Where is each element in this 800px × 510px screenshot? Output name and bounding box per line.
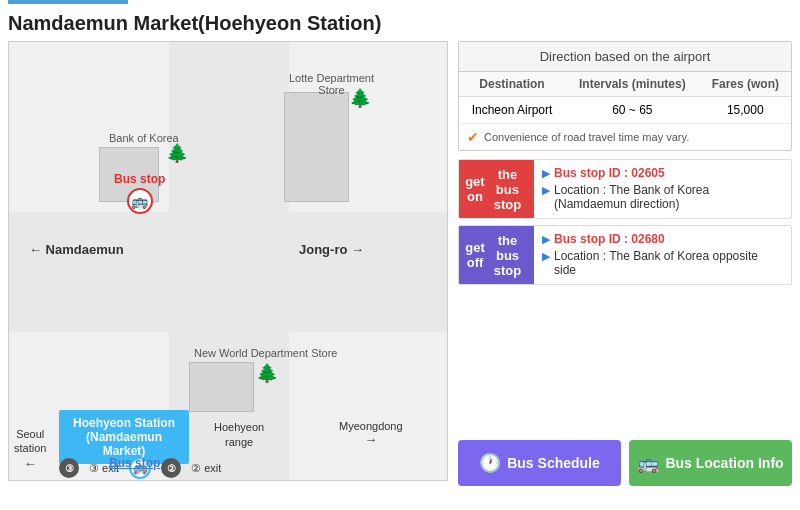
cell-fares: 15,000 bbox=[700, 97, 791, 124]
seoul-station-label: Seoulstation← bbox=[14, 427, 46, 472]
col-intervals: Intervals (minutes) bbox=[565, 72, 700, 97]
main-content: Bank of Korea Lotte Department Store New… bbox=[0, 41, 800, 486]
exit2-label: ② exit bbox=[191, 462, 221, 475]
bus-schedule-button[interactable]: 🕐 Bus Schedule bbox=[458, 440, 621, 486]
direction-box: Direction based on the airport Destinati… bbox=[458, 41, 792, 151]
check-icon: ✔ bbox=[467, 129, 479, 145]
building-lotte bbox=[284, 92, 349, 202]
hoehyeon-range-label: Hoehyeonrange bbox=[214, 420, 264, 451]
exit2-circle: ② bbox=[161, 458, 181, 478]
get-off-id: Bus stop ID : 02680 bbox=[554, 232, 665, 246]
get-on-location: Location : The Bank of Korea (Namdaemun … bbox=[554, 183, 783, 211]
map-area: Bank of Korea Lotte Department Store New… bbox=[8, 41, 448, 481]
bus-stop-bottom-label: Bus stop bbox=[109, 456, 160, 470]
tree-icon-2: 🌲 bbox=[349, 87, 371, 109]
building-newworld bbox=[189, 362, 254, 412]
get-off-location: Location : The Bank of Korea opposite si… bbox=[554, 249, 783, 277]
get-off-location-line: ▶ Location : The Bank of Korea opposite … bbox=[542, 249, 783, 277]
notice-text: Convenience of road travel time may vary… bbox=[484, 131, 689, 143]
col-fares: Fares (won) bbox=[700, 72, 791, 97]
location-label: Bus Location Info bbox=[665, 455, 783, 471]
cell-destination: Incheon Airport bbox=[459, 97, 565, 124]
get-off-card: get off the bus stop ▶ Bus stop ID : 026… bbox=[458, 225, 792, 285]
notice-row: ✔ Convenience of road travel time may va… bbox=[459, 124, 791, 150]
jongro-arrow: Jong-ro → bbox=[299, 242, 364, 257]
direction-table: Destination Intervals (minutes) Fares (w… bbox=[459, 72, 791, 124]
namdaemun-arrow: ← Namdaemun bbox=[29, 242, 124, 257]
bus-icon-top: 🚌 bbox=[127, 188, 153, 214]
exit3-circle: ③ bbox=[59, 458, 79, 478]
get-on-location-line: ▶ Location : The Bank of Korea (Namdaemu… bbox=[542, 183, 783, 211]
schedule-label: Bus Schedule bbox=[507, 455, 600, 471]
get-off-info: ▶ Bus stop ID : 02680 ▶ Location : The B… bbox=[534, 226, 791, 284]
tree-icon-3: 🌲 bbox=[256, 362, 278, 384]
myeongdong-label: Myeongdong→ bbox=[339, 420, 403, 447]
bus-stop-marker-top: Bus stop 🚌 bbox=[114, 172, 165, 214]
arrow-right-icon-2: ▶ bbox=[542, 184, 550, 197]
cell-intervals: 60 ~ 65 bbox=[565, 97, 700, 124]
arrow-right-icon-4: ▶ bbox=[542, 250, 550, 263]
location-icon: 🚌 bbox=[637, 452, 659, 474]
arrow-right-icon-1: ▶ bbox=[542, 167, 550, 180]
get-on-id-line: ▶ Bus stop ID : 02605 bbox=[542, 166, 783, 180]
table-row: Incheon Airport 60 ~ 65 15,000 bbox=[459, 97, 791, 124]
page-title: Namdaemun Market(Hoehyeon Station) bbox=[0, 4, 800, 41]
stop-info-container: get on the bus stop ▶ Bus stop ID : 0260… bbox=[458, 159, 792, 285]
newworld-label: New World Department Store bbox=[194, 347, 337, 359]
get-off-id-line: ▶ Bus stop ID : 02680 bbox=[542, 232, 783, 246]
direction-title: Direction based on the airport bbox=[459, 42, 791, 72]
tree-icon-1: 🌲 bbox=[166, 142, 188, 164]
bus-stop-label-red: Bus stop bbox=[114, 172, 165, 186]
col-destination: Destination bbox=[459, 72, 565, 97]
arrow-right-icon-3: ▶ bbox=[542, 233, 550, 246]
bus-location-button[interactable]: 🚌 Bus Location Info bbox=[629, 440, 792, 486]
get-on-info: ▶ Bus stop ID : 02605 ▶ Location : The B… bbox=[534, 160, 791, 218]
get-on-card: get on the bus stop ▶ Bus stop ID : 0260… bbox=[458, 159, 792, 219]
schedule-icon: 🕐 bbox=[479, 452, 501, 474]
get-on-id: Bus stop ID : 02605 bbox=[554, 166, 665, 180]
right-panel: Direction based on the airport Destinati… bbox=[458, 41, 792, 486]
bottom-buttons: 🕐 Bus Schedule 🚌 Bus Location Info bbox=[458, 440, 792, 486]
get-off-button[interactable]: get off the bus stop bbox=[459, 226, 534, 284]
get-on-button[interactable]: get on the bus stop bbox=[459, 160, 534, 218]
